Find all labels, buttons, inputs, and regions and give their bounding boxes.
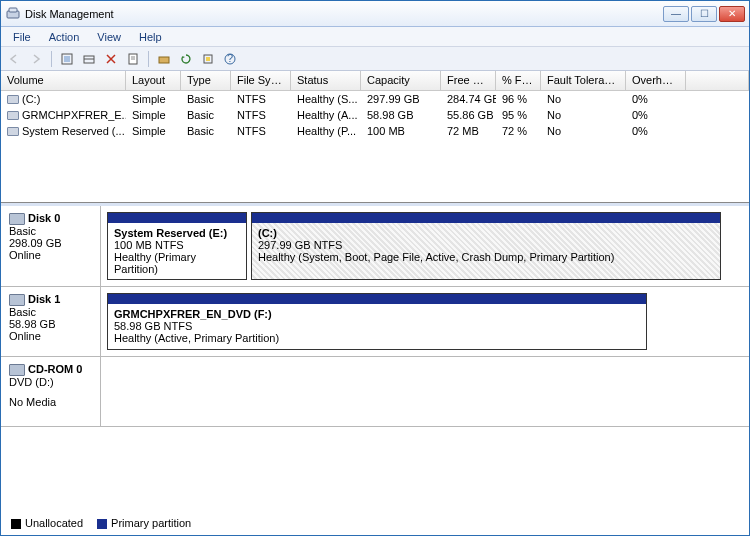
partition[interactable]: GRMCHPXFRER_EN_DVD (F:)58.98 GB NTFSHeal… — [107, 293, 647, 350]
partition-body: System Reserved (E:)100 MB NTFSHealthy (… — [108, 223, 246, 279]
partition-size: 58.98 GB NTFS — [114, 320, 640, 332]
minimize-button[interactable]: — — [663, 6, 689, 22]
volume-icon — [7, 127, 19, 136]
volume-icon — [7, 95, 19, 104]
column-header-status[interactable]: Status — [291, 71, 361, 90]
close-button[interactable]: ✕ — [719, 6, 745, 22]
cell-pfree: 96 % — [496, 91, 541, 107]
titlebar[interactable]: Disk Management — ☐ ✕ — [1, 1, 749, 27]
partition-status: Healthy (Primary Partition) — [114, 251, 240, 275]
cell-pfree: 95 % — [496, 107, 541, 123]
refresh-button[interactable] — [177, 50, 195, 68]
volume-list-pane: VolumeLayoutTypeFile SystemStatusCapacit… — [1, 71, 749, 203]
cell-free: 72 MB — [441, 123, 496, 139]
app-icon — [5, 6, 21, 22]
cell-fs: NTFS — [231, 107, 291, 123]
cell-free: 55.86 GB — [441, 107, 496, 123]
cell-fault: No — [541, 123, 626, 139]
partition[interactable]: (C:)297.99 GB NTFSHealthy (System, Boot,… — [251, 212, 721, 280]
partition-size: 297.99 GB NTFS — [258, 239, 714, 251]
disk-row[interactable]: Disk 1Basic58.98 GBOnlineGRMCHPXFRER_EN_… — [1, 287, 749, 357]
cell-free: 284.74 GB — [441, 91, 496, 107]
delete-button[interactable] — [102, 50, 120, 68]
partition-size: 100 MB NTFS — [114, 239, 240, 251]
cell-layout: Simple — [126, 107, 181, 123]
help-button[interactable]: ? — [221, 50, 239, 68]
disk-row[interactable]: Disk 0Basic298.09 GBOnlineSystem Reserve… — [1, 206, 749, 287]
cell-overhead: 0% — [626, 107, 686, 123]
menu-file[interactable]: File — [5, 29, 39, 45]
disk-size: 298.09 GB — [9, 237, 92, 249]
volume-list-body[interactable]: (C:)SimpleBasicNTFSHealthy (S...297.99 G… — [1, 91, 749, 139]
column-header-pfree[interactable]: % Free — [496, 71, 541, 90]
cell-capacity: 58.98 GB — [361, 107, 441, 123]
cell-overhead: 0% — [626, 123, 686, 139]
svg-rect-9 — [159, 57, 169, 63]
disk-status: Online — [9, 249, 92, 261]
disk-info: Disk 1Basic58.98 GBOnline — [1, 287, 101, 356]
cell-type: Basic — [181, 107, 231, 123]
volume-row[interactable]: GRMCHPXFRER_E...SimpleBasicNTFSHealthy (… — [1, 107, 749, 123]
column-header-fs[interactable]: File System — [231, 71, 291, 90]
tool-button-2[interactable] — [80, 50, 98, 68]
column-header-type[interactable]: Type — [181, 71, 231, 90]
legend-label-primary: Primary partition — [111, 517, 191, 529]
column-header-free[interactable]: Free Spa... — [441, 71, 496, 90]
menu-action[interactable]: Action — [41, 29, 88, 45]
volume-list-header[interactable]: VolumeLayoutTypeFile SystemStatusCapacit… — [1, 71, 749, 91]
disk-icon — [9, 364, 25, 376]
cell-layout: Simple — [126, 91, 181, 107]
disk-info: CD-ROM 0DVD (D:)No Media — [1, 357, 101, 426]
cell-overhead: 0% — [626, 91, 686, 107]
partition-body: (C:)297.99 GB NTFSHealthy (System, Boot,… — [252, 223, 720, 279]
disk-info: Disk 0Basic298.09 GBOnline — [1, 206, 101, 286]
partition-bar — [108, 294, 646, 304]
cell-status: Healthy (S... — [291, 91, 361, 107]
cell-type: Basic — [181, 91, 231, 107]
partition-status: Healthy (Active, Primary Partition) — [114, 332, 640, 344]
tool-button-4[interactable] — [199, 50, 217, 68]
partition-status: Healthy (System, Boot, Page File, Active… — [258, 251, 714, 263]
volume-row[interactable]: (C:)SimpleBasicNTFSHealthy (S...297.99 G… — [1, 91, 749, 107]
tool-button-1[interactable] — [58, 50, 76, 68]
disk-status: No Media — [9, 396, 92, 408]
partition-name: (C:) — [258, 227, 714, 239]
column-header-layout[interactable]: Layout — [126, 71, 181, 90]
partition[interactable]: System Reserved (E:)100 MB NTFSHealthy (… — [107, 212, 247, 280]
cell-fs: NTFS — [231, 123, 291, 139]
disk-name: Disk 1 — [28, 293, 60, 305]
disk-type: Basic — [9, 306, 92, 318]
column-header-fault[interactable]: Fault Tolerance — [541, 71, 626, 90]
cell-fault: No — [541, 91, 626, 107]
menu-help[interactable]: Help — [131, 29, 170, 45]
cell-volume: System Reserved (... — [1, 123, 126, 139]
cell-volume: GRMCHPXFRER_E... — [1, 107, 126, 123]
svg-text:?: ? — [227, 53, 233, 64]
svg-rect-1 — [9, 8, 17, 12]
column-header-capacity[interactable]: Capacity — [361, 71, 441, 90]
volume-row[interactable]: System Reserved (...SimpleBasicNTFSHealt… — [1, 123, 749, 139]
tool-button-3[interactable] — [155, 50, 173, 68]
toolbar: ? — [1, 47, 749, 71]
cell-fault: No — [541, 107, 626, 123]
menu-view[interactable]: View — [89, 29, 129, 45]
cell-volume: (C:) — [1, 91, 126, 107]
disk-graphic-pane: Disk 0Basic298.09 GBOnlineSystem Reserve… — [1, 203, 749, 535]
column-header-volume[interactable]: Volume — [1, 71, 126, 90]
disk-row[interactable]: CD-ROM 0DVD (D:)No Media — [1, 357, 749, 427]
partition-name: System Reserved (E:) — [114, 227, 240, 239]
maximize-button[interactable]: ☐ — [691, 6, 717, 22]
properties-button[interactable] — [124, 50, 142, 68]
disk-partitions: GRMCHPXFRER_EN_DVD (F:)58.98 GB NTFSHeal… — [101, 287, 749, 356]
legend-label-unallocated: Unallocated — [25, 517, 83, 529]
disk-type: Basic — [9, 225, 92, 237]
menubar: File Action View Help — [1, 27, 749, 47]
legend-swatch-primary — [97, 519, 107, 529]
window-title: Disk Management — [25, 8, 663, 20]
cell-pfree: 72 % — [496, 123, 541, 139]
partition-body: GRMCHPXFRER_EN_DVD (F:)58.98 GB NTFSHeal… — [108, 304, 646, 349]
partition-bar — [108, 213, 246, 223]
svg-rect-11 — [206, 57, 210, 61]
column-header-overhead[interactable]: Overhead — [626, 71, 686, 90]
disk-partitions: System Reserved (E:)100 MB NTFSHealthy (… — [101, 206, 749, 286]
